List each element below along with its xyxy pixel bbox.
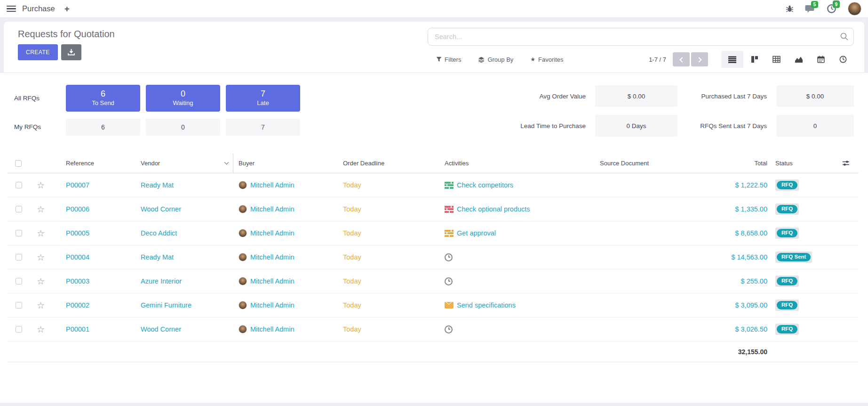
activity-icon[interactable] xyxy=(445,182,454,189)
export-button[interactable] xyxy=(61,44,81,60)
messages-icon[interactable]: 5 xyxy=(805,4,815,14)
window-bottom-edge xyxy=(0,403,868,406)
activities-clock-icon[interactable]: 9 xyxy=(827,4,836,14)
table-row[interactable]: ☆ P00004 Ready Mat Mitchell Admin Today … xyxy=(8,245,859,269)
table-row[interactable]: ☆ P00007 Ready Mat Mitchell Admin Today … xyxy=(8,173,859,197)
filters-menu[interactable]: Filters xyxy=(436,56,461,63)
vendor-link[interactable]: Deco Addict xyxy=(141,229,177,237)
row-checkbox[interactable] xyxy=(16,206,22,212)
favorite-star-icon[interactable]: ☆ xyxy=(37,181,45,190)
reference-link[interactable]: P00003 xyxy=(66,277,89,285)
reference-link[interactable]: P00006 xyxy=(66,205,89,213)
table-row[interactable]: ☆ P00003 Azure Interior Mitchell Admin T… xyxy=(8,269,859,293)
vendor-link[interactable]: Azure Interior xyxy=(141,277,182,285)
pager-previous-button[interactable] xyxy=(673,52,690,66)
new-tab-plus-icon[interactable]: + xyxy=(64,4,70,13)
vendor-link[interactable]: Ready Mat xyxy=(141,253,174,261)
create-button[interactable]: CREATE xyxy=(18,44,58,60)
rfqs-sent-last-7-days-value[interactable]: 0 xyxy=(776,115,854,137)
activity-icon[interactable] xyxy=(445,206,454,213)
waiting-card[interactable]: 0Waiting xyxy=(146,85,220,112)
activity-view-button[interactable] xyxy=(832,51,854,68)
lead-time-value[interactable]: 0 Days xyxy=(595,115,677,137)
vendor-link[interactable]: Wood Corner xyxy=(141,205,181,213)
select-all-checkbox[interactable] xyxy=(15,160,22,167)
apps-menu-icon[interactable] xyxy=(7,4,16,14)
late-card[interactable]: 7Late xyxy=(226,85,300,112)
vendor-link[interactable]: Ready Mat xyxy=(141,181,174,189)
favorite-star-icon[interactable]: ☆ xyxy=(37,277,45,286)
row-checkbox[interactable] xyxy=(16,254,22,260)
col-header-order-deadline[interactable]: Order Deadline xyxy=(342,154,443,173)
row-checkbox[interactable] xyxy=(16,230,22,236)
buyer-link[interactable]: Mitchell Admin xyxy=(250,229,294,237)
buyer-link[interactable]: Mitchell Admin xyxy=(250,205,294,213)
buyer-link[interactable]: Mitchell Admin xyxy=(250,277,294,285)
favorite-star-icon[interactable]: ☆ xyxy=(37,253,45,262)
favorite-star-icon[interactable]: ☆ xyxy=(37,205,45,214)
search-icon[interactable] xyxy=(840,32,849,41)
reference-link[interactable]: P00004 xyxy=(66,253,89,261)
col-header-source-document[interactable]: Source Document xyxy=(598,154,677,173)
reference-link[interactable]: P00002 xyxy=(66,301,89,309)
buyer-link[interactable]: Mitchell Admin xyxy=(250,181,294,189)
col-header-buyer[interactable]: Buyer xyxy=(233,154,342,173)
my-rfqs-filter[interactable]: My RFQs xyxy=(14,123,60,130)
activity-label[interactable]: Send specifications xyxy=(457,301,516,309)
purchased-last-7-days-value[interactable]: $ 0.00 xyxy=(776,85,854,107)
activity-icon[interactable] xyxy=(445,230,454,237)
table-row[interactable]: ☆ P00001 Wood Corner Mitchell Admin Toda… xyxy=(8,317,859,341)
favorites-menu[interactable]: ★ Favorites xyxy=(530,56,563,63)
group-by-menu[interactable]: Group By xyxy=(478,56,513,63)
favorite-star-icon[interactable]: ☆ xyxy=(37,325,45,334)
avg-order-value[interactable]: $ 0.00 xyxy=(595,85,677,107)
activity-label[interactable]: Check competitors xyxy=(457,181,513,189)
row-checkbox[interactable] xyxy=(16,182,22,188)
graph-view-button[interactable] xyxy=(788,51,810,68)
optional-columns-button[interactable] xyxy=(833,154,859,173)
col-header-total[interactable]: Total xyxy=(677,154,772,173)
buyer-avatar xyxy=(239,277,247,285)
my-late-value[interactable]: 7 xyxy=(226,119,300,136)
search-input[interactable] xyxy=(428,28,854,46)
kanban-view-button[interactable] xyxy=(743,51,765,68)
table-row[interactable]: ☆ P00005 Deco Addict Mitchell Admin Toda… xyxy=(8,221,859,245)
debug-bug-icon[interactable] xyxy=(786,5,794,13)
activity-icon[interactable] xyxy=(445,325,453,333)
my-to-send-value[interactable]: 6 xyxy=(66,119,140,136)
col-header-reference[interactable]: Reference xyxy=(56,154,135,173)
activity-icon[interactable] xyxy=(445,253,453,261)
pager-next-button[interactable] xyxy=(691,52,708,66)
buyer-link[interactable]: Mitchell Admin xyxy=(250,253,294,261)
col-header-status[interactable]: Status xyxy=(772,154,833,173)
list-view-button[interactable] xyxy=(721,51,743,68)
user-avatar[interactable] xyxy=(848,2,861,16)
app-name[interactable]: Purchase xyxy=(22,4,55,13)
my-waiting-value[interactable]: 0 xyxy=(146,119,220,136)
table-row[interactable]: ☆ P00002 Gemini Furniture Mitchell Admin… xyxy=(8,293,859,317)
buyer-link[interactable]: Mitchell Admin xyxy=(250,301,294,309)
all-rfqs-filter[interactable]: All RFQs xyxy=(14,95,60,102)
col-header-activities[interactable]: Activities xyxy=(443,154,598,173)
vendor-link[interactable]: Wood Corner xyxy=(141,325,181,333)
activity-icon[interactable] xyxy=(445,277,453,285)
activity-icon[interactable] xyxy=(445,302,454,309)
total-amount: $ 1,335.00 xyxy=(735,205,767,213)
activity-label[interactable]: Check optional products xyxy=(457,205,530,213)
favorite-star-icon[interactable]: ☆ xyxy=(37,229,45,238)
row-checkbox[interactable] xyxy=(16,302,22,309)
reference-link[interactable]: P00005 xyxy=(66,229,89,237)
row-checkbox[interactable] xyxy=(16,326,22,333)
reference-link[interactable]: P00001 xyxy=(66,325,89,333)
reference-link[interactable]: P00007 xyxy=(66,181,89,189)
calendar-view-button[interactable] xyxy=(810,51,832,68)
pivot-view-button[interactable] xyxy=(765,51,788,68)
favorite-star-icon[interactable]: ☆ xyxy=(37,301,45,310)
to-send-card[interactable]: 6To Send xyxy=(66,85,140,112)
activity-label[interactable]: Get approval xyxy=(457,229,496,237)
vendor-link[interactable]: Gemini Furniture xyxy=(141,301,191,309)
col-header-vendor[interactable]: Vendor xyxy=(135,154,233,173)
buyer-link[interactable]: Mitchell Admin xyxy=(250,325,294,333)
row-checkbox[interactable] xyxy=(16,278,22,284)
table-row[interactable]: ☆ P00006 Wood Corner Mitchell Admin Toda… xyxy=(8,197,859,221)
